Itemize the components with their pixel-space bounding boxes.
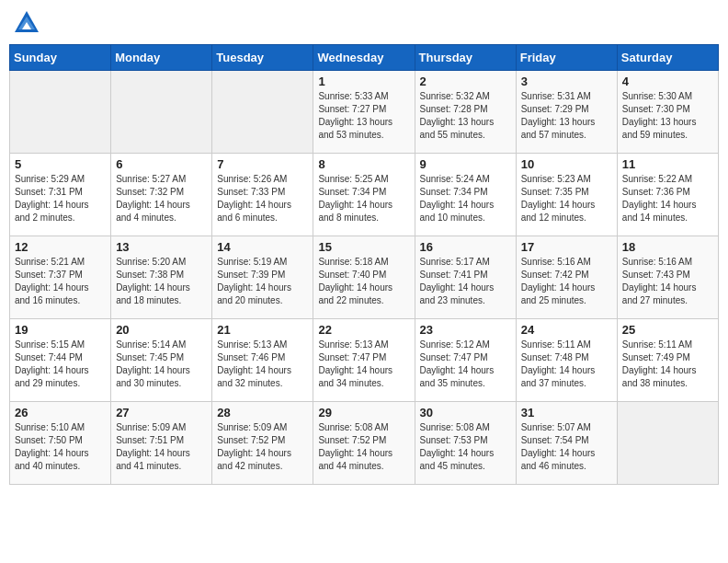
- week-row-2: 5Sunrise: 5:29 AM Sunset: 7:31 PM Daylig…: [10, 154, 719, 236]
- day-info: Sunrise: 5:13 AM Sunset: 7:46 PM Dayligh…: [217, 339, 308, 390]
- calendar-cell: 15Sunrise: 5:18 AM Sunset: 7:40 PM Dayli…: [313, 236, 415, 319]
- calendar-cell: 11Sunrise: 5:22 AM Sunset: 7:36 PM Dayli…: [617, 154, 718, 236]
- weekday-header-sunday: Sunday: [10, 45, 111, 71]
- day-info: Sunrise: 5:09 AM Sunset: 7:51 PM Dayligh…: [116, 421, 207, 473]
- calendar-cell: 10Sunrise: 5:23 AM Sunset: 7:35 PM Dayli…: [516, 154, 617, 236]
- calendar-cell: 2Sunrise: 5:32 AM Sunset: 7:28 PM Daylig…: [415, 71, 516, 154]
- day-number: 4: [622, 75, 713, 88]
- day-number: 13: [116, 240, 207, 254]
- day-info: Sunrise: 5:30 AM Sunset: 7:30 PM Dayligh…: [622, 90, 713, 142]
- day-info: Sunrise: 5:22 AM Sunset: 7:36 PM Dayligh…: [622, 173, 713, 224]
- day-number: 7: [217, 157, 308, 171]
- calendar-cell: 19Sunrise: 5:15 AM Sunset: 7:44 PM Dayli…: [10, 319, 111, 402]
- logo: [13, 9, 44, 37]
- day-info: Sunrise: 5:09 AM Sunset: 7:52 PM Dayligh…: [217, 421, 308, 473]
- weekday-header-friday: Friday: [516, 45, 617, 71]
- day-info: Sunrise: 5:33 AM Sunset: 7:27 PM Dayligh…: [318, 90, 409, 142]
- day-number: 12: [15, 240, 106, 254]
- calendar-cell: 12Sunrise: 5:21 AM Sunset: 7:37 PM Dayli…: [10, 236, 111, 319]
- day-info: Sunrise: 5:08 AM Sunset: 7:53 PM Dayligh…: [420, 421, 511, 473]
- day-info: Sunrise: 5:29 AM Sunset: 7:31 PM Dayligh…: [15, 173, 106, 224]
- day-number: 30: [420, 406, 511, 419]
- calendar-cell: [10, 71, 111, 154]
- day-info: Sunrise: 5:17 AM Sunset: 7:41 PM Dayligh…: [420, 256, 511, 307]
- day-info: Sunrise: 5:07 AM Sunset: 7:54 PM Dayligh…: [521, 421, 612, 473]
- calendar-cell: 21Sunrise: 5:13 AM Sunset: 7:46 PM Dayli…: [212, 319, 313, 402]
- day-number: 8: [318, 157, 409, 171]
- page-header: [9, 9, 719, 37]
- calendar-cell: 4Sunrise: 5:30 AM Sunset: 7:30 PM Daylig…: [617, 71, 718, 154]
- day-info: Sunrise: 5:18 AM Sunset: 7:40 PM Dayligh…: [318, 256, 409, 307]
- weekday-header-saturday: Saturday: [617, 45, 718, 71]
- calendar-cell: 22Sunrise: 5:13 AM Sunset: 7:47 PM Dayli…: [313, 319, 415, 402]
- day-number: 27: [116, 406, 207, 419]
- calendar-cell: 13Sunrise: 5:20 AM Sunset: 7:38 PM Dayli…: [111, 236, 212, 319]
- calendar-cell: 24Sunrise: 5:11 AM Sunset: 7:48 PM Dayli…: [516, 319, 617, 402]
- week-row-1: 1Sunrise: 5:33 AM Sunset: 7:27 PM Daylig…: [10, 71, 719, 154]
- calendar-cell: 20Sunrise: 5:14 AM Sunset: 7:45 PM Dayli…: [111, 319, 212, 402]
- day-number: 9: [420, 157, 511, 171]
- day-number: 6: [116, 157, 207, 171]
- day-info: Sunrise: 5:19 AM Sunset: 7:39 PM Dayligh…: [217, 256, 308, 307]
- day-info: Sunrise: 5:12 AM Sunset: 7:47 PM Dayligh…: [420, 339, 511, 390]
- day-info: Sunrise: 5:20 AM Sunset: 7:38 PM Dayligh…: [116, 256, 207, 307]
- calendar-cell: 3Sunrise: 5:31 AM Sunset: 7:29 PM Daylig…: [516, 71, 617, 154]
- logo-icon: [13, 9, 40, 37]
- calendar-cell: 28Sunrise: 5:09 AM Sunset: 7:52 PM Dayli…: [212, 402, 313, 485]
- day-number: 3: [521, 75, 612, 88]
- week-row-3: 12Sunrise: 5:21 AM Sunset: 7:37 PM Dayli…: [10, 236, 719, 319]
- day-number: 2: [420, 75, 511, 88]
- calendar-cell: 29Sunrise: 5:08 AM Sunset: 7:52 PM Dayli…: [313, 402, 415, 485]
- day-info: Sunrise: 5:27 AM Sunset: 7:32 PM Dayligh…: [116, 173, 207, 224]
- day-number: 10: [521, 157, 612, 171]
- day-info: Sunrise: 5:11 AM Sunset: 7:49 PM Dayligh…: [622, 339, 713, 390]
- day-info: Sunrise: 5:08 AM Sunset: 7:52 PM Dayligh…: [318, 421, 409, 473]
- day-info: Sunrise: 5:15 AM Sunset: 7:44 PM Dayligh…: [15, 339, 106, 390]
- day-info: Sunrise: 5:24 AM Sunset: 7:34 PM Dayligh…: [420, 173, 511, 224]
- day-info: Sunrise: 5:14 AM Sunset: 7:45 PM Dayligh…: [116, 339, 207, 390]
- calendar-cell: 18Sunrise: 5:16 AM Sunset: 7:43 PM Dayli…: [617, 236, 718, 319]
- calendar-cell: 6Sunrise: 5:27 AM Sunset: 7:32 PM Daylig…: [111, 154, 212, 236]
- day-number: 14: [217, 240, 308, 254]
- day-info: Sunrise: 5:16 AM Sunset: 7:43 PM Dayligh…: [622, 256, 713, 307]
- day-number: 16: [420, 240, 511, 254]
- day-number: 22: [318, 323, 409, 337]
- day-number: 11: [622, 157, 713, 171]
- weekday-header-monday: Monday: [111, 45, 212, 71]
- calendar-cell: 7Sunrise: 5:26 AM Sunset: 7:33 PM Daylig…: [212, 154, 313, 236]
- week-row-5: 26Sunrise: 5:10 AM Sunset: 7:50 PM Dayli…: [10, 402, 719, 485]
- calendar-cell: 23Sunrise: 5:12 AM Sunset: 7:47 PM Dayli…: [415, 319, 516, 402]
- day-info: Sunrise: 5:25 AM Sunset: 7:34 PM Dayligh…: [318, 173, 409, 224]
- day-info: Sunrise: 5:11 AM Sunset: 7:48 PM Dayligh…: [521, 339, 612, 390]
- calendar-cell: 26Sunrise: 5:10 AM Sunset: 7:50 PM Dayli…: [10, 402, 111, 485]
- calendar-cell: 8Sunrise: 5:25 AM Sunset: 7:34 PM Daylig…: [313, 154, 415, 236]
- calendar-cell: 1Sunrise: 5:33 AM Sunset: 7:27 PM Daylig…: [313, 71, 415, 154]
- calendar-cell: [111, 71, 212, 154]
- calendar-cell: 5Sunrise: 5:29 AM Sunset: 7:31 PM Daylig…: [10, 154, 111, 236]
- weekday-header-tuesday: Tuesday: [212, 45, 313, 71]
- calendar-cell: [212, 71, 313, 154]
- day-info: Sunrise: 5:26 AM Sunset: 7:33 PM Dayligh…: [217, 173, 308, 224]
- day-info: Sunrise: 5:32 AM Sunset: 7:28 PM Dayligh…: [420, 90, 511, 142]
- day-number: 17: [521, 240, 612, 254]
- week-row-4: 19Sunrise: 5:15 AM Sunset: 7:44 PM Dayli…: [10, 319, 719, 402]
- weekday-header-thursday: Thursday: [415, 45, 516, 71]
- day-number: 26: [15, 406, 106, 419]
- calendar-cell: 27Sunrise: 5:09 AM Sunset: 7:51 PM Dayli…: [111, 402, 212, 485]
- day-number: 1: [318, 75, 409, 88]
- day-number: 23: [420, 323, 511, 337]
- day-info: Sunrise: 5:16 AM Sunset: 7:42 PM Dayligh…: [521, 256, 612, 307]
- day-number: 29: [318, 406, 409, 419]
- calendar-cell: 25Sunrise: 5:11 AM Sunset: 7:49 PM Dayli…: [617, 319, 718, 402]
- calendar-body: 1Sunrise: 5:33 AM Sunset: 7:27 PM Daylig…: [10, 71, 719, 485]
- day-number: 19: [15, 323, 106, 337]
- day-number: 5: [15, 157, 106, 171]
- day-info: Sunrise: 5:10 AM Sunset: 7:50 PM Dayligh…: [15, 421, 106, 473]
- weekday-header-wednesday: Wednesday: [313, 45, 415, 71]
- day-number: 15: [318, 240, 409, 254]
- day-info: Sunrise: 5:31 AM Sunset: 7:29 PM Dayligh…: [521, 90, 612, 142]
- day-number: 28: [217, 406, 308, 419]
- day-number: 25: [622, 323, 713, 337]
- calendar-cell: 16Sunrise: 5:17 AM Sunset: 7:41 PM Dayli…: [415, 236, 516, 319]
- day-number: 31: [521, 406, 612, 419]
